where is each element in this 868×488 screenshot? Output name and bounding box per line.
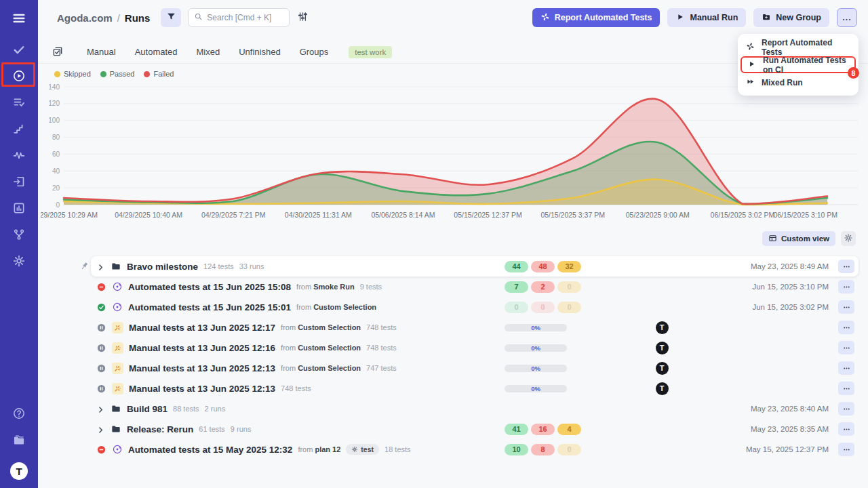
breadcrumb-project[interactable]: Agoda.com xyxy=(57,12,113,24)
search-input[interactable] xyxy=(207,13,283,22)
sidebar-item-check[interactable] xyxy=(7,39,31,60)
run-assignee: T xyxy=(594,362,730,375)
menu-item-run-automated-tests-on-ci[interactable]: Run Automated Tests on CI8 xyxy=(741,56,856,73)
run-title[interactable]: Build 981 xyxy=(127,404,167,414)
sidebar-item-branch[interactable] xyxy=(7,224,31,245)
table-row[interactable]: Release: Rerun61 tests9 runs41164May 23,… xyxy=(91,419,859,439)
row-left: Release: Rerun61 tests9 runs xyxy=(91,424,492,434)
sidebar-item-projects[interactable] xyxy=(7,430,31,450)
row-more-button[interactable] xyxy=(838,443,854,456)
automated-run-icon xyxy=(112,281,123,292)
run-assignee: T xyxy=(594,321,730,334)
table-row[interactable]: Manual tests at 13 Jun 2025 12:13from Cu… xyxy=(91,358,859,378)
table-row[interactable]: Bravo milestone124 tests33 runs444832May… xyxy=(91,256,859,277)
app-logo[interactable]: T xyxy=(10,462,28,480)
sidebar-item-steps[interactable] xyxy=(7,119,31,139)
table-row[interactable]: Manual tests at 13 Jun 2025 12:16from Cu… xyxy=(91,338,859,358)
table-row[interactable]: Manual tests at 13 Jun 2025 12:17from Cu… xyxy=(91,317,859,338)
table-view-icon xyxy=(768,234,777,244)
run-title[interactable]: Automated tests at 15 May 2025 12:32 xyxy=(128,445,292,455)
new-group-button[interactable]: New Group xyxy=(753,8,829,27)
more-actions-button[interactable]: ... xyxy=(837,8,857,27)
avatar[interactable]: T xyxy=(656,321,669,334)
row-more-button[interactable] xyxy=(838,422,854,436)
folder-icon xyxy=(111,261,121,272)
row-more-button[interactable] xyxy=(838,361,854,375)
tune-icon xyxy=(297,11,309,24)
avatar[interactable]: T xyxy=(656,382,669,395)
tab-mixed[interactable]: Mixed xyxy=(187,47,230,57)
run-tag[interactable]: test xyxy=(346,444,379,455)
row-more-button[interactable] xyxy=(838,260,854,273)
run-counts: 0% xyxy=(492,324,594,331)
avatar[interactable]: T xyxy=(656,362,669,375)
manual-run-label: Manual Run xyxy=(690,13,738,22)
table-row[interactable]: Automated tests at 15 Jun 2025 15:01from… xyxy=(91,297,859,317)
menu-item-label: Mixed Run xyxy=(762,78,803,87)
run-assignee: T xyxy=(594,342,730,354)
run-title[interactable]: Release: Rerun xyxy=(127,424,193,434)
run-meta: 33 runs xyxy=(239,262,264,270)
menu-item-report-automated-tests[interactable]: Report Automated Tests xyxy=(738,39,859,56)
sidebar-item-analytics[interactable] xyxy=(7,198,31,218)
count-failed-badge: 48 xyxy=(531,261,555,272)
table-row[interactable]: Manual tests at 13 Jun 2025 12:13748 tes… xyxy=(91,378,859,399)
row-more-button[interactable] xyxy=(838,321,854,334)
menu-item-mixed-run[interactable]: Mixed Run xyxy=(738,74,859,91)
pin-icon xyxy=(79,261,90,271)
tab-unfinished[interactable]: Unfinished xyxy=(229,47,290,57)
annotation-badge: 8 xyxy=(848,67,859,79)
avatar[interactable]: T xyxy=(656,342,669,354)
manual-run-button[interactable]: Manual Run xyxy=(667,8,746,27)
row-more-button[interactable] xyxy=(838,280,854,293)
view-settings-gear-button[interactable] xyxy=(841,231,856,246)
count-failed-badge: 2 xyxy=(531,281,555,293)
sidebar-item-pulse[interactable] xyxy=(7,145,31,165)
svg-text:140: 140 xyxy=(48,83,60,91)
table-row[interactable]: Automated tests at 15 May 2025 12:32from… xyxy=(91,439,859,460)
row-more-button[interactable] xyxy=(838,300,854,314)
chevron-right-icon[interactable] xyxy=(96,425,105,434)
svg-text:100: 100 xyxy=(48,117,60,124)
run-title[interactable]: Manual tests at 13 Jun 2025 12:13 xyxy=(129,363,275,373)
tab-automated[interactable]: Automated xyxy=(125,47,187,57)
filter-tag-test-work[interactable]: test work xyxy=(349,46,392,58)
run-title[interactable]: Automated tests at 15 Jun 2025 15:01 xyxy=(128,302,291,312)
automated-run-icon xyxy=(112,444,123,455)
chevron-right-icon[interactable] xyxy=(96,262,105,271)
report-automated-tests-button[interactable]: Report Automated Tests xyxy=(532,8,660,27)
puzzle-icon xyxy=(746,42,755,53)
custom-view-label: Custom view xyxy=(781,235,829,243)
failed-status-icon xyxy=(96,445,106,455)
run-title[interactable]: Manual tests at 13 Jun 2025 12:13 xyxy=(129,384,275,394)
custom-view-button[interactable]: Custom view xyxy=(762,231,835,246)
legend-item-passed: Passed xyxy=(100,70,135,78)
row-more-button[interactable] xyxy=(838,382,854,395)
tab-manual[interactable]: Manual xyxy=(77,47,125,57)
run-title[interactable]: Bravo milestone xyxy=(127,262,198,272)
run-meta: 88 tests xyxy=(173,405,199,413)
table-row[interactable]: Automated tests at 15 Jun 2025 15:08from… xyxy=(91,277,859,297)
row-more-button[interactable] xyxy=(838,341,854,354)
count-passed-badge: 10 xyxy=(505,444,528,455)
run-title[interactable]: Automated tests at 15 Jun 2025 15:08 xyxy=(128,282,291,292)
sidebar-item-help[interactable] xyxy=(7,403,31,424)
in-progress-status-icon xyxy=(96,323,106,333)
breadcrumb-separator: / xyxy=(117,12,120,24)
sidebar-item-runs-play[interactable] xyxy=(7,66,31,86)
sidebar-item-gear[interactable] xyxy=(7,251,31,271)
run-title[interactable]: Manual tests at 13 Jun 2025 12:16 xyxy=(129,343,275,353)
top-actions: Report Automated Tests Manual Run New Gr… xyxy=(532,8,857,27)
row-more-button[interactable] xyxy=(838,402,854,415)
sidebar-item-list-check[interactable] xyxy=(7,92,31,113)
chevron-right-icon[interactable] xyxy=(96,405,105,413)
run-title[interactable]: Manual tests at 13 Jun 2025 12:17 xyxy=(129,323,275,333)
table-row[interactable]: Build 98188 tests2 runsMay 23, 2025 8:40… xyxy=(91,399,859,419)
sidebar-item-import[interactable] xyxy=(7,171,31,192)
tune-filters-button[interactable] xyxy=(294,9,311,26)
sidebar-item-menu[interactable] xyxy=(7,8,31,28)
tab-groups[interactable]: Groups xyxy=(290,47,338,57)
svg-text:04/29/2025 10:40 AM: 04/29/2025 10:40 AM xyxy=(115,211,182,219)
folder-icon xyxy=(111,403,121,414)
filter-button[interactable] xyxy=(161,8,181,27)
